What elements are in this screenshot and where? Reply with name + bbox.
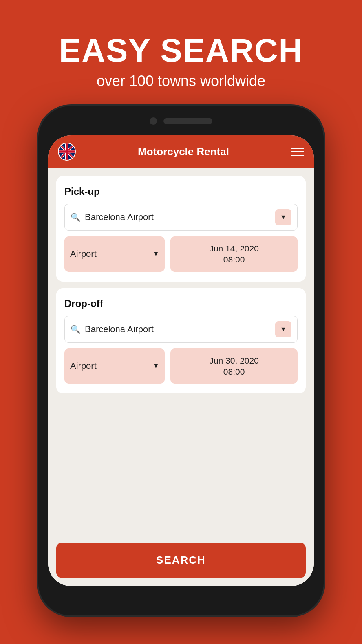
hamburger-line-2 <box>291 151 304 152</box>
language-flag[interactable] <box>58 143 76 161</box>
dropoff-search-icon: 🔍 <box>71 324 81 334</box>
hamburger-line-3 <box>291 155 304 156</box>
pickup-type-dropdown[interactable]: Airport <box>64 236 165 272</box>
pickup-title: Pick-up <box>64 186 298 197</box>
dropoff-type-label: Airport <box>70 361 97 371</box>
phone-shell: Motorcycle Rental Pick-up 🔍 <box>38 106 324 615</box>
pickup-location-dropdown[interactable] <box>275 209 291 225</box>
search-button[interactable]: SEARCH <box>56 543 306 578</box>
phone-mockup: Motorcycle Rental Pick-up 🔍 <box>38 106 324 615</box>
hero-section: EASY SEARCH over 100 towns worldwide <box>59 33 303 90</box>
dropoff-title: Drop-off <box>64 298 298 309</box>
search-button-area: SEARCH <box>56 538 306 578</box>
dropoff-type-dropdown[interactable]: Airport <box>64 348 165 384</box>
dropoff-type-arrow-icon <box>152 362 159 370</box>
speaker-grille <box>163 118 212 124</box>
dropoff-location-text: Barcelona Airport <box>85 324 275 335</box>
pickup-date-button[interactable]: Jun 14, 202008:00 <box>170 236 298 272</box>
app-title: Motorcycle Rental <box>138 146 229 158</box>
pickup-type-label: Airport <box>70 249 97 259</box>
hamburger-line-1 <box>291 148 304 149</box>
pickup-controls-row: Airport Jun 14, 202008:00 <box>64 236 298 272</box>
dropoff-controls-row: Airport Jun 30, 202008:00 <box>64 348 298 384</box>
phone-screen: Motorcycle Rental Pick-up 🔍 <box>48 135 314 586</box>
app-header: Motorcycle Rental <box>48 135 314 168</box>
pickup-location-input[interactable]: 🔍 Barcelona Airport <box>64 204 298 231</box>
hero-subtitle: over 100 towns worldwide <box>59 73 303 90</box>
pickup-type-arrow-icon <box>152 250 159 258</box>
pickup-card: Pick-up 🔍 Barcelona Airport Airport <box>56 176 306 282</box>
phone-camera-area <box>150 117 212 125</box>
dropoff-date-button[interactable]: Jun 30, 202008:00 <box>170 348 298 384</box>
pickup-date-text: Jun 14, 202008:00 <box>209 243 258 265</box>
menu-button[interactable] <box>291 148 304 156</box>
cards-area: Pick-up 🔍 Barcelona Airport Airport <box>56 176 306 538</box>
hero-title: EASY SEARCH <box>59 33 303 68</box>
camera-dot <box>150 117 157 125</box>
pickup-search-icon: 🔍 <box>71 212 81 222</box>
dropoff-location-dropdown[interactable] <box>275 321 291 337</box>
app-content: Pick-up 🔍 Barcelona Airport Airport <box>48 168 314 586</box>
dropoff-date-text: Jun 30, 202008:00 <box>209 355 258 377</box>
dropoff-location-input[interactable]: 🔍 Barcelona Airport <box>64 316 298 343</box>
pickup-location-text: Barcelona Airport <box>85 212 275 223</box>
dropoff-card: Drop-off 🔍 Barcelona Airport Airport <box>56 288 306 394</box>
